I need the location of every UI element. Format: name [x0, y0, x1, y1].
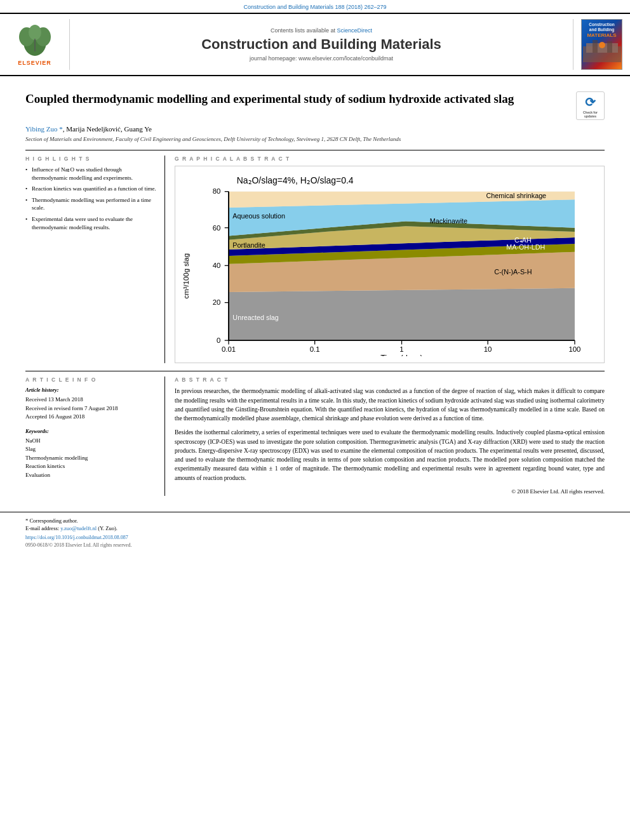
- svg-text:Mackinawite: Mackinawite: [430, 217, 467, 225]
- footer-section: * Corresponding author. E-mail address: …: [0, 512, 630, 553]
- divider-1: [25, 150, 605, 150]
- page: Construction and Building Materials 188 …: [0, 0, 630, 840]
- x-axis-label-text: Time (days): [380, 354, 422, 357]
- unreacted-slag-area: [229, 288, 575, 340]
- abstract-body: In previous researches, the thermodynami…: [175, 387, 605, 496]
- graphical-abstract-heading: G R A P H I C A L A B S T R A C T: [175, 156, 605, 162]
- keyword-5: Evaluation: [25, 471, 157, 480]
- graphical-abstract-chart: Na₂O/slag=4%, H₂O/slag=0.4 cm³/100g slag: [180, 171, 599, 356]
- highlight-item-1: Influence of Na₂O was studied through th…: [25, 166, 157, 182]
- keywords-section: Keywords: NaOH Slag Thermodynamic modell…: [25, 428, 157, 480]
- svg-text:0.1: 0.1: [310, 345, 320, 353]
- cover-decoration: [583, 40, 621, 62]
- author-email[interactable]: y.zuo@tudelft.nl: [60, 525, 97, 531]
- elsevier-label: ELSEVIER: [18, 60, 51, 66]
- cover-title-construction: Construction and Building: [589, 22, 614, 32]
- email-label: E-mail address:: [25, 525, 59, 531]
- copyright-line: © 2018 Elsevier Ltd. All rights reserved…: [175, 488, 605, 497]
- corresponding-author-note: * Corresponding author.: [25, 517, 605, 525]
- journal-title: Construction and Building Materials: [201, 36, 441, 53]
- article-info-column: A R T I C L E I N F O Article history: R…: [25, 377, 165, 496]
- accepted-date: Accepted 16 August 2018: [25, 413, 157, 422]
- svg-text:Unreacted slag: Unreacted slag: [232, 314, 278, 321]
- svg-text:C-(N-)A-S-H: C-(N-)A-S-H: [494, 268, 532, 276]
- svg-text:Portlandite: Portlandite: [232, 241, 265, 249]
- svg-text:0.01: 0.01: [222, 345, 236, 353]
- journal-header-center: Contents lists available at ScienceDirec…: [76, 19, 566, 70]
- doi-link[interactable]: https://doi.org/10.1016/j.conbuildmat.20…: [25, 535, 128, 540]
- article-info-abstract-section: A R T I C L E I N F O Article history: R…: [25, 377, 605, 496]
- svg-text:MA-OH-LDH: MA-OH-LDH: [506, 243, 545, 251]
- keywords-label: Keywords:: [25, 428, 157, 434]
- svg-text:1: 1: [399, 345, 403, 353]
- doi-line: https://doi.org/10.1016/j.conbuildmat.20…: [25, 535, 605, 540]
- svg-text:0: 0: [217, 337, 220, 344]
- svg-text:20: 20: [213, 298, 221, 306]
- sciencedirect-link[interactable]: ScienceDirect: [337, 27, 373, 34]
- article-content: Coupled thermodynamic modelling and expe…: [0, 76, 630, 502]
- graphical-abstract-column: G R A P H I C A L A B S T R A C T Na₂O/s…: [175, 156, 605, 363]
- chart-container: Na₂O/slag=4%, H₂O/slag=0.4 cm³/100g slag: [175, 166, 605, 363]
- journal-homepage: journal homepage: www.elsevier.com/locat…: [250, 55, 393, 62]
- highlights-list: Influence of Na₂O was studied through th…: [25, 166, 157, 231]
- highlight-item-2: Reaction kinetics was quantified as a fu…: [25, 185, 157, 193]
- svg-text:Chemical shrinkage: Chemical shrinkage: [486, 192, 547, 199]
- article-title-section: Coupled thermodynamic modelling and expe…: [25, 91, 605, 120]
- highlights-column: H I G H L I G H T S Influence of Na₂O wa…: [25, 156, 165, 363]
- affiliation: Section of Materials and Environment, Fa…: [25, 136, 605, 142]
- email-line: E-mail address: y.zuo@tudelft.nl (Y. Zuo…: [25, 525, 605, 533]
- y-axis-label: cm³/100g slag: [182, 253, 190, 299]
- svg-rect-10: [607, 41, 612, 53]
- svg-text:100: 100: [568, 345, 580, 353]
- check-updates-text: Check for updates: [577, 110, 604, 118]
- article-info-heading: A R T I C L E I N F O: [25, 377, 157, 383]
- chart-title-text: Na₂O/slag=4%, H₂O/slag=0.4: [237, 175, 354, 185]
- email-name: (Y. Zuo).: [98, 525, 117, 531]
- journal-cover: Construction and Building MATERIALS: [581, 19, 622, 70]
- journal-header: ELSEVIER Contents lists available at Sci…: [0, 13, 630, 76]
- abstract-column: A B S T R A C T In previous researches, …: [175, 377, 605, 496]
- article-title-text: Coupled thermodynamic modelling and expe…: [25, 91, 570, 107]
- keyword-4: Reaction kinetics: [25, 462, 157, 471]
- elsevier-tree-icon: [13, 23, 57, 58]
- issn-line: 0950-0618/© 2018 Elsevier Ltd. All right…: [25, 542, 605, 548]
- cover-materials-label: MATERIALS: [587, 32, 616, 38]
- journal-ref-text: Construction and Building Materials 188 …: [243, 4, 386, 10]
- keyword-3: Thermodynamic modelling: [25, 454, 157, 463]
- highlight-item-3: Thermodynamic modelling was performed in…: [25, 196, 157, 212]
- svg-text:80: 80: [213, 187, 221, 195]
- svg-text:60: 60: [213, 224, 221, 232]
- check-updates-badge: ⟳ Check for updates: [576, 91, 605, 120]
- abstract-paragraph-2: Besides the isothermal calorimetry, a se…: [175, 428, 605, 483]
- cover-line2: and Building: [589, 27, 614, 32]
- author-2: Marija Nedeljković, Guang Ye: [66, 125, 152, 133]
- svg-point-8: [599, 42, 605, 48]
- highlights-graphical-section: H I G H L I G H T S Influence of Na₂O wa…: [25, 156, 605, 363]
- authors-line: Yibing Zuo *, Marija Nedeljković, Guang …: [25, 125, 605, 133]
- cover-line1: Construction: [589, 22, 614, 27]
- highlight-item-4: Experimental data were used to evaluate …: [25, 215, 157, 231]
- svg-rect-9: [593, 40, 598, 53]
- keyword-2: Slag: [25, 445, 157, 454]
- abstract-heading: A B S T R A C T: [175, 377, 605, 383]
- svg-text:40: 40: [213, 262, 221, 269]
- svg-text:10: 10: [484, 345, 492, 353]
- divider-2: [25, 371, 605, 371]
- corresponding-note-text: * Corresponding author.: [25, 517, 77, 524]
- sciencedirect-line: Contents lists available at ScienceDirec…: [271, 27, 372, 34]
- article-history-label: Article history:: [25, 387, 157, 393]
- highlights-heading: H I G H L I G H T S: [25, 156, 157, 162]
- journal-cover-image: Construction and Building MATERIALS: [573, 19, 624, 70]
- elsevier-logo: ELSEVIER: [6, 19, 70, 70]
- svg-text:C₄AH: C₄AH: [514, 236, 532, 244]
- svg-text:Aqueous solution: Aqueous solution: [232, 212, 285, 220]
- sciencedirect-prefix: Contents lists available at: [271, 27, 335, 34]
- check-updates-icon: ⟳: [585, 94, 596, 110]
- revised-date: Received in revised form 7 August 2018: [25, 404, 157, 413]
- journal-reference: Construction and Building Materials 188 …: [0, 0, 630, 13]
- svg-point-4: [29, 25, 41, 40]
- abstract-paragraph-1: In previous researches, the thermodynami…: [175, 387, 605, 423]
- received-date: Received 13 March 2018: [25, 396, 157, 404]
- keyword-1: NaOH: [25, 437, 157, 446]
- author-1[interactable]: Yibing Zuo *: [25, 125, 63, 133]
